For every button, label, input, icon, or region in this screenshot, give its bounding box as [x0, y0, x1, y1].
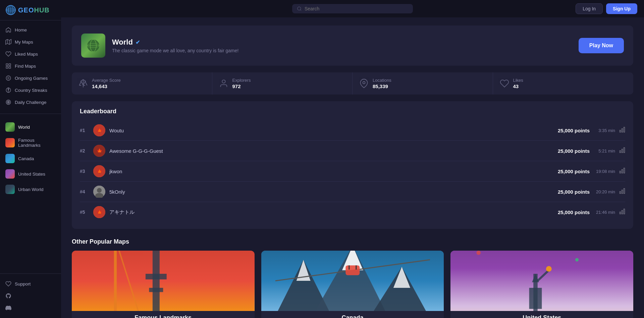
svg-text:🍁: 🍁 — [97, 128, 103, 133]
sidebar-item-ongoing-games[interactable]: Ongoing Games — [0, 72, 61, 84]
compass-icon — [5, 87, 11, 93]
stat-locations-info: Locations 85,339 — [373, 78, 391, 89]
play-now-button[interactable]: Play Now — [579, 38, 624, 53]
svg-rect-40 — [624, 148, 625, 153]
svg-rect-60 — [149, 288, 163, 292]
svg-rect-44 — [622, 170, 623, 173]
leaderboard-card: Leaderboard #1 🍁 Woutu 25,000 points 3:3… — [72, 101, 633, 229]
map-title: World — [112, 38, 133, 47]
user-icon — [219, 79, 228, 88]
svg-text:🍁: 🍁 — [97, 169, 103, 174]
stat-avg-score-info: Average Score 14,643 — [92, 78, 121, 89]
sidebar-item-canada[interactable]: Canada — [0, 151, 61, 166]
popular-maps-section: Other Popular Maps — [72, 238, 633, 318]
target-icon — [5, 99, 11, 105]
map-card-famous-landmarks[interactable]: Famous Landmarks Play — [72, 251, 255, 318]
player-name: Awesome G-G-G-Guest — [109, 148, 558, 154]
player-name: jkwon — [109, 169, 558, 174]
svg-marker-15 — [8, 88, 9, 90]
stat-likes: Likes 43 — [493, 72, 634, 94]
stat-avg-score: Average Score 14,643 — [72, 72, 212, 94]
svg-point-30 — [363, 81, 365, 84]
svg-point-29 — [222, 80, 225, 83]
stat-avg-score-label: Average Score — [92, 78, 121, 83]
sidebar-item-united-states[interactable]: United States — [0, 166, 61, 182]
sidebar-item-home[interactable]: Home — [0, 24, 61, 36]
landmarks-thumb — [5, 138, 15, 147]
sidebar-item-support[interactable]: Support — [0, 278, 61, 290]
svg-point-19 — [8, 102, 9, 103]
stat-likes-info: Likes 43 — [513, 78, 523, 89]
svg-rect-56 — [624, 209, 625, 214]
logo-area: GEOHUB — [0, 0, 61, 20]
stat-likes-label: Likes — [513, 78, 523, 83]
map-header-card: World ✔ The classic game mode we all lov… — [72, 25, 633, 66]
sidebar-item-github[interactable] — [0, 290, 61, 302]
svg-point-13 — [7, 77, 9, 79]
canada-thumb — [5, 154, 15, 163]
player-time: 3:35 min — [595, 128, 615, 133]
stats-row: Average Score 14,643 Explorers 972 — [72, 72, 633, 94]
bar-chart-icon[interactable] — [619, 168, 625, 175]
svg-rect-55 — [622, 210, 623, 214]
leaderboard-rank: #5 — [80, 209, 93, 215]
player-avatar — [93, 186, 105, 198]
sidebar-item-world[interactable]: World — [0, 119, 61, 135]
map-icon — [5, 39, 11, 45]
svg-rect-11 — [9, 67, 11, 68]
nav-section-main: Home My Maps Liked Maps Find Maps — [0, 20, 61, 112]
sidebar-item-urban-world[interactable]: Urban World — [0, 182, 61, 197]
stat-locations-value: 85,339 — [373, 83, 391, 89]
sidebar-item-find-maps[interactable]: Find Maps — [0, 60, 61, 72]
svg-rect-10 — [6, 67, 8, 68]
sidebar-bottom: Support — [0, 273, 61, 318]
sidebar-item-famous-landmarks[interactable]: Famous Landmarks — [0, 135, 61, 151]
player-avatar: 🍁 — [93, 124, 105, 136]
stat-locations-label: Locations — [373, 78, 391, 83]
main-content: Log In Sign Up World ✔ The cla — [61, 0, 644, 318]
svg-rect-51 — [624, 189, 625, 194]
svg-point-81 — [546, 266, 552, 272]
map-card-name: United States — [450, 311, 633, 318]
bar-chart-icon[interactable] — [619, 208, 625, 216]
svg-rect-8 — [6, 64, 8, 65]
signup-button[interactable]: Sign Up — [606, 3, 637, 14]
sidebar-item-home-label: Home — [15, 27, 27, 33]
popular-maps-grid: Famous Landmarks Play — [72, 251, 633, 318]
nav-divider — [0, 114, 61, 114]
player-points: 25,000 points — [558, 189, 590, 195]
sidebar-item-country-streaks[interactable]: Country Streaks — [0, 84, 61, 96]
svg-rect-54 — [620, 212, 621, 214]
map-card-canada[interactable]: Canada Play — [261, 251, 444, 318]
map-card-image — [261, 251, 444, 311]
bar-chart-icon[interactable] — [619, 147, 625, 154]
leaderboard-rank: #2 — [80, 148, 93, 153]
svg-text:🍁: 🍁 — [97, 148, 103, 154]
sidebar-item-discord[interactable] — [0, 302, 61, 314]
search-input[interactable] — [305, 6, 408, 11]
sidebar-item-world-label: World — [18, 125, 30, 130]
svg-rect-33 — [620, 130, 621, 132]
sidebar-item-my-maps-label: My Maps — [15, 40, 33, 45]
bar-chart-icon[interactable] — [619, 188, 625, 195]
map-card-united-states[interactable]: United States Play — [450, 251, 633, 318]
svg-rect-59 — [146, 274, 167, 279]
svg-rect-61 — [114, 251, 117, 311]
world-thumb — [5, 122, 15, 132]
svg-rect-78 — [529, 288, 542, 309]
heart-icon — [5, 51, 11, 57]
player-points: 25,000 points — [558, 169, 590, 174]
svg-point-47 — [97, 188, 102, 193]
heart-support-icon — [5, 281, 11, 287]
map-header-thumbnail — [81, 34, 105, 58]
leaderboard-rows: #1 🍁 Woutu 25,000 points 3:35 min #2 🍁 A… — [80, 120, 625, 222]
stat-likes-value: 43 — [513, 83, 523, 89]
map-title-row: World ✔ — [112, 38, 572, 47]
sidebar-item-my-maps[interactable]: My Maps — [0, 36, 61, 48]
sidebar-item-liked-maps[interactable]: Liked Maps — [0, 48, 61, 60]
home-icon — [5, 27, 11, 33]
player-name: 5kOnly — [109, 189, 558, 195]
bar-chart-icon[interactable] — [619, 127, 625, 134]
sidebar-item-daily-challenge[interactable]: Daily Challenge — [0, 96, 61, 108]
login-button[interactable]: Log In — [576, 3, 603, 14]
